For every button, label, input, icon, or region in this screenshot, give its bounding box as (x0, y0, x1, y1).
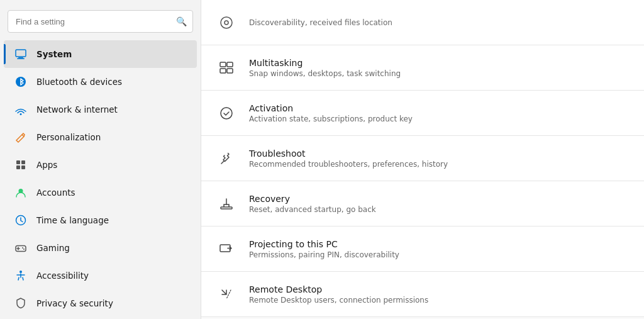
recovery-text: Recovery Reset, advanced startup, go bac… (249, 194, 376, 214)
activation-icon (216, 103, 236, 123)
accessibility-icon (14, 269, 28, 283)
projecting-icon (216, 239, 236, 259)
sidebar-item-system[interactable]: System (4, 40, 197, 68)
svg-rect-0 (16, 50, 26, 57)
svg-rect-5 (16, 160, 20, 164)
sidebar-item-label-gaming: Gaming (36, 243, 70, 253)
sidebar-item-bluetooth[interactable]: Bluetooth & devices (4, 68, 197, 96)
activation-title: Activation (249, 103, 413, 113)
svg-point-15 (23, 249, 25, 250)
remote-desktop-desc: Remote Desktop users, connection permiss… (249, 296, 428, 305)
svg-rect-21 (220, 69, 226, 73)
search-container: 🔍 (8, 10, 193, 33)
multitasking-text: Multitasking Snap windows, desktops, tas… (249, 58, 401, 78)
svg-rect-24 (221, 207, 232, 209)
sidebar-item-label-accessibility: Accessibility (36, 271, 89, 281)
personalization-icon (14, 130, 28, 144)
svg-rect-1 (18, 57, 23, 59)
troubleshoot-text: Troubleshoot Recommended troubleshooters… (249, 148, 448, 169)
svg-point-18 (225, 21, 228, 25)
discoverability-desc: Discoverability, received files location (249, 18, 392, 27)
gaming-icon (14, 241, 28, 255)
setting-row-activation[interactable]: Activation Activation state, subscriptio… (201, 91, 644, 136)
sidebar-item-apps[interactable]: Apps (4, 151, 197, 179)
recovery-icon (216, 194, 236, 214)
remote-desktop-icon (216, 284, 236, 305)
troubleshoot-icon (216, 148, 236, 169)
sidebar-item-gaming[interactable]: Gaming (4, 234, 197, 262)
discoverability-text: Discoverability, received files location (249, 18, 392, 27)
sidebar-item-personalization[interactable]: Personalization (4, 123, 197, 151)
sidebar-item-network[interactable]: Network & internet (4, 96, 197, 123)
multitasking-desc: Snap windows, desktops, task switching (249, 69, 401, 78)
sidebar-item-accessibility[interactable]: Accessibility (4, 262, 197, 289)
discoverability-icon (216, 13, 236, 33)
recovery-desc: Reset, advanced startup, go back (249, 205, 376, 214)
sidebar-item-label-privacy: Privacy & security (36, 298, 113, 308)
setting-row-recovery[interactable]: Recovery Reset, advanced startup, go bac… (201, 181, 644, 227)
accounts-icon (14, 186, 28, 199)
setting-row-multitasking[interactable]: Multitasking Snap windows, desktops, tas… (201, 45, 644, 91)
setting-row-remote-desktop[interactable]: Remote Desktop Remote Desktop users, con… (201, 272, 644, 317)
settings-list: Discoverability, received files location… (201, 0, 644, 317)
system-icon (14, 47, 28, 61)
sidebar-item-label-network: Network & internet (36, 104, 118, 115)
sidebar-item-label-bluetooth: Bluetooth & devices (36, 77, 122, 87)
svg-point-4 (20, 113, 22, 115)
privacy-icon (14, 296, 28, 310)
svg-point-16 (19, 271, 22, 273)
svg-point-23 (221, 108, 232, 119)
apps-icon (14, 158, 28, 172)
svg-point-14 (22, 247, 23, 249)
projecting-title: Projecting to this PC (249, 239, 399, 249)
remote-desktop-title: Remote Desktop (249, 284, 428, 294)
sidebar-item-label-time: Time & language (36, 215, 109, 225)
sidebar-item-label-apps: Apps (36, 160, 57, 170)
search-input[interactable] (8, 10, 193, 33)
sidebar-item-label-system: System (36, 49, 72, 59)
sidebar-item-privacy[interactable]: Privacy & security (4, 289, 197, 317)
multitasking-title: Multitasking (249, 58, 401, 68)
main-content: Discoverability, received files location… (201, 0, 644, 319)
svg-rect-22 (227, 69, 233, 73)
svg-rect-20 (227, 62, 233, 67)
sidebar-item-accounts[interactable]: Accounts (4, 179, 197, 206)
projecting-desc: Permissions, pairing PIN, discoverabilit… (249, 250, 399, 259)
sidebar: 🔍 System Bluetooth & devices Network & i… (0, 0, 201, 319)
setting-row-discoverability[interactable]: Discoverability, received files location (201, 0, 644, 45)
remote-desktop-text: Remote Desktop Remote Desktop users, con… (249, 284, 428, 305)
svg-rect-6 (21, 160, 25, 164)
activation-text: Activation Activation state, subscriptio… (249, 103, 413, 123)
sidebar-item-label-personalization: Personalization (36, 132, 101, 142)
multitasking-icon (216, 58, 236, 78)
setting-row-troubleshoot[interactable]: Troubleshoot Recommended troubleshooters… (201, 136, 644, 181)
recovery-title: Recovery (249, 194, 376, 204)
projecting-text: Projecting to this PC Permissions, pairi… (249, 239, 399, 259)
nav-list: System Bluetooth & devices Network & int… (0, 40, 201, 317)
svg-rect-7 (16, 165, 20, 169)
time-icon (14, 213, 28, 227)
activation-desc: Activation state, subscriptions, product… (249, 115, 413, 123)
bluetooth-icon (14, 75, 28, 89)
network-icon (14, 103, 28, 116)
svg-point-17 (221, 17, 232, 28)
setting-row-projecting[interactable]: Projecting to this PC Permissions, pairi… (201, 227, 644, 272)
svg-rect-2 (17, 59, 25, 60)
troubleshoot-title: Troubleshoot (249, 148, 448, 159)
sidebar-item-time[interactable]: Time & language (4, 206, 197, 234)
svg-rect-19 (220, 62, 226, 67)
svg-rect-8 (21, 165, 25, 169)
troubleshoot-desc: Recommended troubleshooters, preferences… (249, 160, 448, 169)
sidebar-item-label-accounts: Accounts (36, 187, 75, 198)
